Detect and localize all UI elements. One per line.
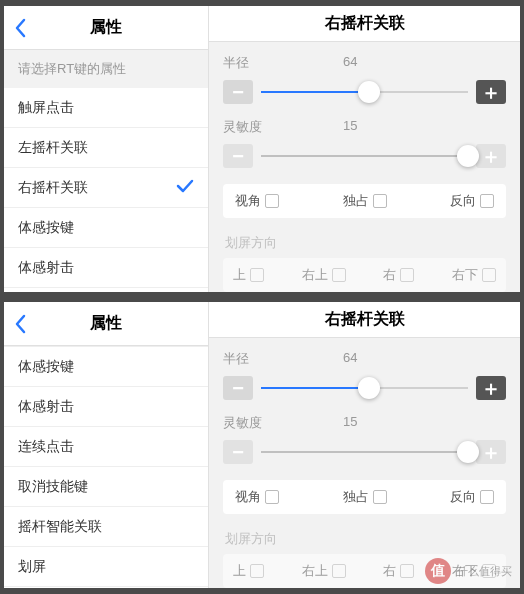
swipe-option-label: 右上 <box>302 562 328 580</box>
checkbox-item[interactable]: 视角 <box>235 488 279 506</box>
checkbox-item[interactable]: 独占 <box>343 192 387 210</box>
checkbox-row: 视角独占反向 <box>223 480 506 514</box>
right-header: 右摇杆关联 <box>209 302 520 338</box>
list-item-label: 左摇杆关联 <box>18 139 88 157</box>
swipe-option-label: 右 <box>383 562 396 580</box>
swipe-option[interactable]: 上 <box>233 266 264 284</box>
sensitivity-minus-button[interactable]: − <box>223 440 253 464</box>
swipe-option[interactable]: 右下 <box>452 562 496 580</box>
checkbox-icon <box>332 564 346 578</box>
radius-minus-button[interactable]: − <box>223 80 253 104</box>
swipe-option[interactable]: 右下 <box>452 266 496 284</box>
radius-plus-button[interactable]: ＋ <box>476 376 506 400</box>
sensitivity-value: 15 <box>343 118 357 136</box>
checkbox-icon <box>373 194 387 208</box>
checkbox-label: 视角 <box>235 488 261 506</box>
right-column: 右摇杆关联 半径 64 − ＋ <box>209 6 520 292</box>
checkbox-icon <box>480 194 494 208</box>
checkbox-item[interactable]: 反向 <box>450 192 494 210</box>
swipe-direction-block: 划屏方向 上右上右右下 <box>223 524 506 588</box>
left-header: 属性 <box>4 6 208 50</box>
radius-slider-block: 半径 64 − ＋ <box>223 350 506 402</box>
swipe-title: 划屏方向 <box>223 228 506 258</box>
checkbox-item[interactable]: 反向 <box>450 488 494 506</box>
swipe-title: 划屏方向 <box>223 524 506 554</box>
right-title: 右摇杆关联 <box>325 13 405 34</box>
list-item[interactable]: 体感按键 <box>4 347 208 387</box>
radius-slider-block: 半径 64 − ＋ <box>223 54 506 106</box>
swipe-option[interactable]: 右上 <box>302 266 346 284</box>
list-item[interactable]: 连续点击 <box>4 427 208 467</box>
list-item[interactable]: 划屏 <box>4 547 208 587</box>
list-item-label: 体感射击 <box>18 259 74 277</box>
list-item[interactable]: 体感射击 <box>4 387 208 427</box>
back-button[interactable] <box>14 18 28 38</box>
left-title: 属性 <box>90 17 122 38</box>
sensitivity-minus-button[interactable]: − <box>223 144 253 168</box>
swipe-option-label: 上 <box>233 266 246 284</box>
checkbox-item[interactable]: 独占 <box>343 488 387 506</box>
check-icon <box>176 177 194 198</box>
radius-minus-button[interactable]: − <box>223 376 253 400</box>
list-item[interactable]: 左摇杆关联 <box>4 128 208 168</box>
sensitivity-thumb[interactable] <box>457 441 479 463</box>
right-column: 右摇杆关联 半径 64 − ＋ 灵敏度 <box>209 302 520 588</box>
settings-panel-top: 属性 请选择RT键的属性 触屏点击左摇杆关联右摇杆关联体感按键体感射击连续点击 … <box>0 2 524 296</box>
list-item[interactable]: 体感射击 <box>4 248 208 288</box>
list-item[interactable]: 触屏点击 <box>4 88 208 128</box>
sensitivity-slider[interactable] <box>261 451 468 453</box>
radius-label: 半径 <box>223 350 343 368</box>
list-item-label: 体感射击 <box>18 398 74 416</box>
sensitivity-plus-button[interactable]: ＋ <box>476 144 506 168</box>
radius-value: 64 <box>343 54 357 72</box>
checkbox-label: 独占 <box>343 192 369 210</box>
left-column: 属性 请选择RT键的属性 触屏点击左摇杆关联右摇杆关联体感按键体感射击连续点击 <box>4 6 209 292</box>
list-item-label: 体感按键 <box>18 219 74 237</box>
sensitivity-thumb[interactable] <box>457 145 479 167</box>
checkbox-icon <box>373 490 387 504</box>
sensitivity-slider[interactable] <box>261 155 468 157</box>
swipe-option[interactable]: 右上 <box>302 562 346 580</box>
prompt-text: 请选择RT键的属性 <box>4 50 208 88</box>
checkbox-icon <box>265 194 279 208</box>
sensitivity-plus-button[interactable]: ＋ <box>476 440 506 464</box>
list-item[interactable]: 取消技能键 <box>4 467 208 507</box>
radius-slider[interactable] <box>261 387 468 389</box>
checkbox-label: 反向 <box>450 192 476 210</box>
list-item[interactable]: 连续点击 <box>4 288 208 292</box>
radius-thumb[interactable] <box>358 377 380 399</box>
checkbox-label: 视角 <box>235 192 261 210</box>
checkbox-icon <box>250 268 264 282</box>
list-item[interactable]: 右摇杆关联 <box>4 168 208 208</box>
list-item[interactable]: 体感按键 <box>4 208 208 248</box>
swipe-option[interactable]: 右 <box>383 266 414 284</box>
checkbox-icon <box>482 268 496 282</box>
list-item-label: 触屏点击 <box>18 99 74 117</box>
list-item[interactable]: 摇杆智能关联 <box>4 507 208 547</box>
right-title: 右摇杆关联 <box>325 309 405 330</box>
radius-label: 半径 <box>223 54 343 72</box>
list-item-label: 摇杆智能关联 <box>18 518 102 536</box>
swipe-option[interactable]: 上 <box>233 562 264 580</box>
radius-thumb[interactable] <box>358 81 380 103</box>
left-header: 属性 <box>4 302 208 346</box>
swipe-option[interactable]: 右 <box>383 562 414 580</box>
checkbox-icon <box>265 490 279 504</box>
checkbox-item[interactable]: 视角 <box>235 192 279 210</box>
back-button[interactable] <box>14 314 28 334</box>
checkbox-label: 独占 <box>343 488 369 506</box>
list-item-label: 右摇杆关联 <box>18 179 88 197</box>
right-header: 右摇杆关联 <box>209 6 520 42</box>
chevron-left-icon <box>14 314 26 334</box>
swipe-option-label: 右下 <box>452 562 478 580</box>
swipe-direction-block: 划屏方向 上右上右右下 <box>223 228 506 292</box>
radius-slider[interactable] <box>261 91 468 93</box>
swipe-option-label: 右 <box>383 266 396 284</box>
left-column: 属性 体感按键体感射击连续点击取消技能键摇杆智能关联划屏 <box>4 302 209 588</box>
settings-panel-bottom: 属性 体感按键体感射击连续点击取消技能键摇杆智能关联划屏 右摇杆关联 半径 64… <box>0 298 524 592</box>
radius-plus-button[interactable]: ＋ <box>476 80 506 104</box>
property-list: 体感按键体感射击连续点击取消技能键摇杆智能关联划屏 <box>4 346 208 588</box>
sensitivity-label: 灵敏度 <box>223 118 343 136</box>
list-item-label: 取消技能键 <box>18 478 88 496</box>
swipe-option-label: 右上 <box>302 266 328 284</box>
